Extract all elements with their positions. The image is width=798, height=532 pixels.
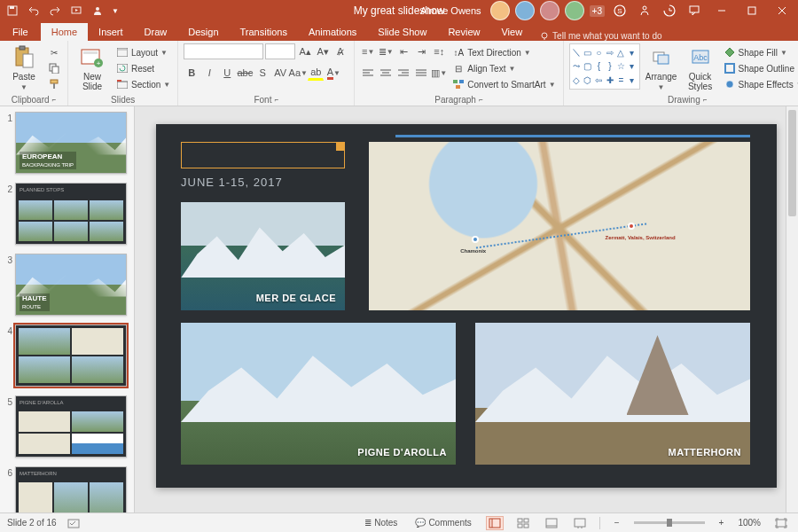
font-color-button[interactable]: A▼ [325,65,341,81]
shape-plus-icon[interactable]: ✚ [605,74,615,87]
copy-button[interactable] [46,61,62,75]
dialog-launcher-icon[interactable]: ⌐ [703,96,708,104]
slideshow-start-icon[interactable] [69,4,83,18]
avatar-user1[interactable] [490,1,510,20]
slide-sorter-view-button[interactable] [514,516,532,530]
reset-button[interactable]: Reset [114,61,172,75]
increase-font-icon[interactable]: A▴ [297,43,313,59]
thumbnail-slide-1[interactable]: EUROPEANBACKPACKING TRIP [15,112,127,174]
minimize-button[interactable] [709,0,734,21]
share-count-badge[interactable]: +3 [590,5,605,17]
subtitle-text[interactable]: JUNE 1-15, 2017 [181,176,283,189]
justify-button[interactable] [413,65,429,81]
dialog-launcher-icon[interactable]: ⌐ [52,96,57,104]
account-icon[interactable] [90,4,105,18]
slide-thumbnails-pane[interactable]: 1 EUROPEANBACKPACKING TRIP 2 PLANNED STO… [0,106,135,512]
zoom-slider[interactable] [634,521,705,524]
highlight-button[interactable]: ab [308,65,324,81]
bold-button[interactable]: B [184,65,200,81]
slide-editor[interactable]: JUNE 1-15, 2017 MER DE GLACE Chamonix Ze… [156,124,777,488]
shape-arrow2-icon[interactable]: ⇦ [594,74,605,87]
font-size-input[interactable] [265,43,295,59]
convert-smartart-button[interactable]: Convert to SmartArt▼ [450,77,557,91]
vertical-scrollbar[interactable] [786,106,798,512]
shape-line-icon[interactable]: ＼ [572,46,583,59]
layout-button[interactable]: Layout▼ [114,45,172,59]
image-mer-de-glace[interactable]: MER DE GLACE [181,202,345,310]
tab-home[interactable]: Home [41,23,88,41]
shape-arrow-icon[interactable]: ⇨ [605,46,615,59]
font-name-input[interactable] [184,43,263,59]
shape-oval-icon[interactable]: ○ [594,46,605,59]
dialog-launcher-icon[interactable]: ⌐ [479,96,483,104]
arrange-button[interactable]: Arrange▼ [644,43,679,93]
tab-view[interactable]: View [490,23,533,41]
edit-handle-icon[interactable] [336,142,345,151]
text-direction-button[interactable]: ↕AText Direction▼ [450,45,557,59]
line-spacing-button[interactable]: ≡↕ [431,43,447,59]
slide-counter[interactable]: Slide 2 of 16 [7,518,57,528]
cut-button[interactable]: ✂ [46,45,62,59]
slide-canvas-area[interactable]: JUNE 1-15, 2017 MER DE GLACE Chamonix Ze… [135,106,798,512]
close-button[interactable] [770,0,794,21]
avatar-user2[interactable] [515,1,535,20]
avatar-user4[interactable] [565,1,584,20]
normal-view-button[interactable] [486,516,504,530]
increase-indent-button[interactable]: ⇥ [413,43,429,59]
undo-icon[interactable] [27,4,41,18]
tab-review[interactable]: Review [437,23,490,41]
format-painter-button[interactable] [46,77,62,91]
align-right-button[interactable] [395,65,411,81]
shape-brace-icon[interactable]: { [594,60,605,74]
change-case-button[interactable]: Aa▼ [290,65,306,81]
shape-effects-button[interactable]: Shape Effects▼ [722,77,798,91]
activity-icon[interactable] [660,1,679,20]
redo-icon[interactable] [48,4,62,18]
thumbnail-slide-6[interactable]: MATTERHORN [15,466,127,512]
fit-to-window-button[interactable] [771,516,791,530]
qat-more-icon[interactable]: ▼ [112,7,119,15]
tab-design[interactable]: Design [177,23,229,41]
tab-file[interactable]: File [0,23,41,41]
comments-button[interactable]: 💬Comments [411,516,474,529]
shape-star-icon[interactable]: ☆ [616,60,627,74]
scrollbar-thumb[interactable] [788,110,796,216]
decrease-indent-button[interactable]: ⇤ [395,43,411,59]
clear-formatting-icon[interactable]: A̷ [332,43,348,59]
columns-button[interactable]: ▥▼ [431,65,447,81]
shape-more-icon[interactable]: ▾ [627,46,638,59]
tab-animations[interactable]: Animations [298,23,367,41]
zoom-level[interactable]: 100% [738,518,761,528]
shape-more2-icon[interactable]: ▾ [627,60,638,74]
shape-callout-icon[interactable]: ◇ [572,74,583,87]
save-icon[interactable] [5,4,20,18]
shape-expand-icon[interactable]: ▾ [627,74,638,87]
tab-transitions[interactable]: Transitions [230,23,298,41]
strikethrough-button[interactable]: abc [237,65,253,81]
zoom-out-button[interactable]: − [611,516,623,529]
shape-outline-button[interactable]: Shape Outline▼ [722,61,798,75]
shape-fill-button[interactable]: Shape Fill▼ [722,45,798,59]
image-matterhorn[interactable]: MATTERHORN [475,323,750,465]
tab-slideshow[interactable]: Slide Show [367,23,437,41]
maximize-button[interactable] [739,0,764,21]
align-left-button[interactable] [360,65,376,81]
tell-me-search[interactable]: Tell me what you want to do [540,31,661,41]
thumbnail-slide-3[interactable]: HAUTEROUTE [15,254,127,316]
notes-button[interactable]: ≣Notes [361,516,401,529]
numbering-button[interactable]: ≣▼ [378,43,394,59]
shape-roundrect-icon[interactable]: ▢ [583,60,593,74]
reading-view-button[interactable] [543,516,560,530]
shapes-gallery[interactable]: ＼ ▭ ○ ⇨ △ ▾ ⤳ ▢ { } ☆ ▾ ◇ ⬡ ⇦ ✚ = ▾ [569,43,640,90]
share-icon[interactable] [635,1,654,20]
character-spacing-button[interactable]: AV [272,65,288,81]
thumbnail-slide-5[interactable]: PIGNE D'AROLLA [15,395,127,458]
tab-draw[interactable]: Draw [134,23,178,41]
shape-equal-icon[interactable]: = [616,74,627,87]
tab-insert[interactable]: Insert [88,23,134,41]
avatar-user3[interactable] [540,1,559,20]
spellcheck-icon[interactable] [67,518,80,528]
align-text-button[interactable]: ⊟Align Text▼ [450,61,557,75]
quick-styles-button[interactable]: Abc Quick Styles [683,43,718,93]
skype-icon[interactable]: S [610,1,630,20]
